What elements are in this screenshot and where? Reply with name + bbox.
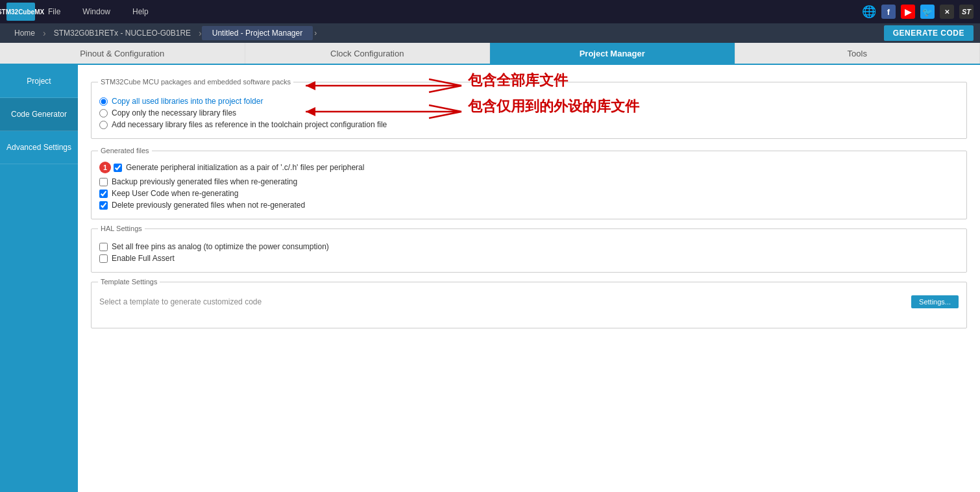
share-icon[interactable]: ✕ (940, 5, 954, 19)
checkbox-analog-pins[interactable] (99, 243, 108, 251)
breadcrumb-arrow: › (314, 29, 317, 38)
checkbox-gen-peripheral[interactable] (114, 164, 122, 172)
checkbox-full-assert[interactable] (99, 254, 108, 263)
sidebar-item-code-generator[interactable]: Code Generator (0, 98, 78, 131)
template-settings-row: Select a template to generate customized… (99, 295, 959, 308)
tab-bar: Pinout & Configuration Clock Configurati… (0, 43, 980, 65)
check-label-analog-pins[interactable]: Set all free pins as analog (to optimize… (112, 242, 329, 251)
youtube-icon[interactable]: ▶ (901, 5, 915, 19)
check-row-gen-2: Backup previously generated files when r… (99, 177, 959, 186)
radio-row-3: Add necessary library files as reference… (99, 120, 959, 129)
menu-window[interactable]: Window (73, 5, 119, 19)
tab-pinout-config[interactable]: Pinout & Configuration (0, 43, 245, 64)
template-settings-title: Template Settings (98, 278, 160, 286)
generated-files-section: Generated files 1 Generate peripheral in… (91, 151, 967, 219)
radio-copy-all[interactable] (99, 97, 108, 106)
check-row-hal-2: Enable Full Assert (99, 254, 959, 263)
tab-project-manager[interactable]: Project Manager (490, 43, 735, 64)
packs-section-title: STM32Cube MCU packages and embedded soft… (98, 78, 293, 86)
template-placeholder: Select a template to generate customized… (99, 297, 262, 306)
top-bar-right: 🌐 f ▶ 🐦 ✕ ST (862, 5, 974, 19)
check-label-full-assert[interactable]: Enable Full Assert (112, 254, 175, 263)
radio-add-reference[interactable] (99, 121, 108, 129)
sidebar-item-advanced-settings[interactable]: Advanced Settings (0, 131, 78, 164)
top-bar: STM32 CubeMX File Window Help 🌐 f ▶ 🐦 ✕ … (0, 0, 980, 23)
check-row-gen-1: Generate peripheral initialization as a … (114, 163, 364, 172)
check-label-backup[interactable]: Backup previously generated files when r… (112, 177, 297, 186)
template-spacer (99, 308, 959, 321)
facebook-icon[interactable]: f (881, 5, 896, 19)
app-logo: STM32 CubeMX (6, 3, 35, 21)
menu-file[interactable]: File (39, 5, 69, 19)
st-icon[interactable]: ST (959, 5, 974, 19)
main-layout: Project Code Generator Advanced Settings… (0, 65, 980, 492)
packs-section: STM32Cube MCU packages and embedded soft… (91, 82, 967, 139)
top-bar-left: STM32 CubeMX File Window Help (6, 3, 158, 21)
breadcrumb: Home › STM32G0B1RETx - NUCLEO-G0B1RE › U… (0, 23, 980, 43)
template-settings-section: Template Settings Select a template to g… (91, 282, 967, 328)
check-label-delete-previous[interactable]: Delete previously generated files when n… (112, 201, 305, 210)
radio-copy-necessary[interactable] (99, 109, 108, 117)
hal-settings-section: HAL Settings Set all free pins as analog… (91, 228, 967, 273)
radio-label-copy-necessary[interactable]: Copy only the necessary library files (112, 108, 236, 117)
breadcrumb-device[interactable]: STM32G0B1RETx - NUCLEO-G0B1RE (46, 26, 199, 40)
radio-label-copy-all[interactable]: Copy all used libraries into the project… (112, 97, 263, 106)
menu-help[interactable]: Help (123, 5, 158, 19)
sidebar-spacer (0, 164, 78, 492)
generated-files-title: Generated files (98, 147, 152, 154)
radio-row-1: Copy all used libraries into the project… (99, 97, 959, 106)
content-wrapper: STM32Cube MCU packages and embedded soft… (91, 82, 967, 328)
tab-clock-config[interactable]: Clock Configuration (245, 43, 491, 64)
sidebar: Project Code Generator Advanced Settings (0, 65, 78, 492)
badge-1: 1 (99, 162, 111, 173)
checkbox-delete-previous[interactable] (99, 201, 108, 210)
check-label-gen-peripheral[interactable]: Generate peripheral initialization as a … (126, 163, 364, 172)
radio-label-add-reference[interactable]: Add necessary library files as reference… (112, 120, 387, 129)
generate-code-button[interactable]: GENERATE CODE (884, 25, 974, 41)
globe-icon: 🌐 (862, 5, 876, 19)
checkbox-keep-user-code[interactable] (99, 190, 108, 198)
generated-files-header: 1 Generate peripheral initialization as … (99, 162, 959, 173)
tab-tools[interactable]: Tools (735, 43, 981, 64)
annotation-text-1: 包含全部库文件 (468, 71, 568, 90)
settings-button[interactable]: Settings... (911, 295, 959, 308)
svg-marker-0 (306, 81, 315, 90)
breadcrumb-home[interactable]: Home (6, 26, 43, 40)
check-row-gen-4: Delete previously generated files when n… (99, 201, 959, 210)
checkbox-backup[interactable] (99, 178, 108, 186)
sidebar-item-project[interactable]: Project (0, 65, 78, 98)
twitter-icon[interactable]: 🐦 (920, 5, 935, 19)
radio-row-2: Copy only the necessary library files (99, 108, 959, 117)
check-row-hal-1: Set all free pins as analog (to optimize… (99, 242, 959, 251)
check-row-gen-3: Keep User Code when re-generating (99, 189, 959, 198)
content-area: STM32Cube MCU packages and embedded soft… (78, 65, 980, 492)
hal-settings-title: HAL Settings (98, 225, 145, 232)
check-label-keep-user-code[interactable]: Keep User Code when re-generating (112, 189, 238, 198)
breadcrumb-project[interactable]: Untitled - Project Manager (202, 26, 313, 40)
